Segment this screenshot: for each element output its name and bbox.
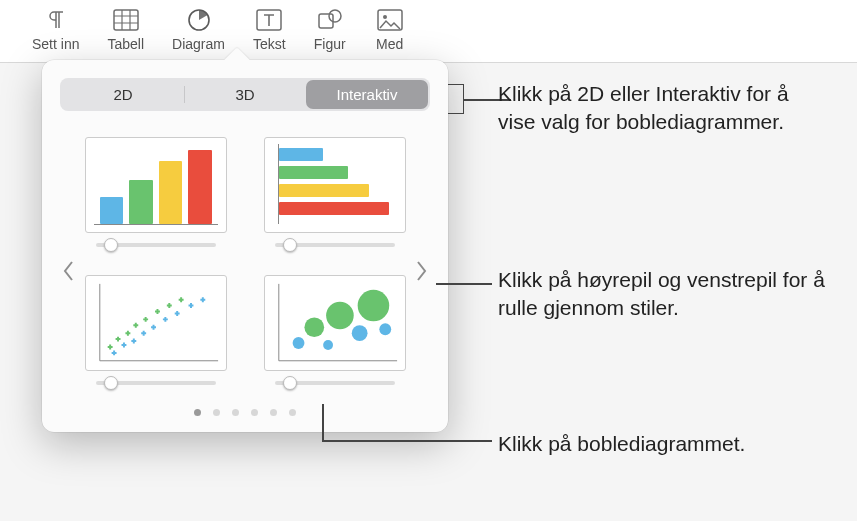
- toolbar-chart[interactable]: Diagram: [158, 4, 239, 54]
- page-dot[interactable]: [213, 409, 220, 416]
- bubble-chart-thumb: [264, 275, 406, 371]
- scatter-chart-thumb: [85, 275, 227, 371]
- svg-point-12: [304, 317, 324, 337]
- callout-bracket: [448, 84, 464, 114]
- slider-knob[interactable]: [283, 376, 297, 390]
- toolbar-label: Sett inn: [32, 36, 79, 52]
- paragraph-icon: [40, 6, 72, 34]
- text-icon: [253, 6, 285, 34]
- toolbar-insert[interactable]: Sett inn: [18, 4, 93, 54]
- slider-knob[interactable]: [283, 238, 297, 252]
- chart-option-bar[interactable]: [263, 137, 406, 247]
- toolbar-media[interactable]: Med: [360, 4, 420, 54]
- chart-option-bubble[interactable]: [263, 275, 406, 385]
- svg-rect-0: [114, 10, 138, 30]
- toolbar: Sett inn Tabell Diagram Tekst Figur Med: [0, 0, 857, 63]
- page-dot[interactable]: [232, 409, 239, 416]
- svg-point-4: [329, 10, 341, 22]
- toolbar-label: Tabell: [107, 36, 144, 52]
- svg-point-17: [379, 323, 391, 335]
- toolbar-label: Figur: [314, 36, 346, 52]
- pie-chart-icon: [183, 6, 215, 34]
- chart-grid: [66, 137, 424, 385]
- tab-2d[interactable]: 2D: [62, 80, 184, 109]
- chart-option-column[interactable]: [84, 137, 227, 247]
- media-icon: [374, 6, 406, 34]
- column-chart-thumb: [85, 137, 227, 233]
- toolbar-label: Diagram: [172, 36, 225, 52]
- chart-option-scatter[interactable]: [84, 275, 227, 385]
- annotation-bubble: Klikk på boblediagrammet.: [498, 430, 838, 458]
- tab-interactive[interactable]: Interaktiv: [306, 80, 428, 109]
- callout-line: [436, 283, 492, 285]
- style-slider[interactable]: [96, 381, 216, 385]
- page-dot[interactable]: [251, 409, 258, 416]
- svg-point-14: [326, 302, 354, 330]
- toolbar-label: Med: [376, 36, 403, 52]
- page-dot[interactable]: [270, 409, 277, 416]
- svg-point-11: [292, 337, 304, 349]
- svg-point-15: [351, 325, 367, 341]
- style-slider[interactable]: [96, 243, 216, 247]
- svg-point-16: [357, 290, 389, 322]
- svg-point-6: [383, 15, 387, 19]
- annotation-arrows: Klikk på høyrepil og venstrepil for å ru…: [498, 266, 828, 323]
- tab-3d[interactable]: 3D: [184, 80, 306, 109]
- bar-chart-thumb: [264, 137, 406, 233]
- slider-knob[interactable]: [104, 376, 118, 390]
- slider-knob[interactable]: [104, 238, 118, 252]
- shape-icon: [314, 6, 346, 34]
- page-dots: [60, 409, 430, 422]
- toolbar-label: Tekst: [253, 36, 286, 52]
- chart-popover: 2D 3D Interaktiv: [42, 60, 448, 432]
- callout-line: [322, 404, 324, 441]
- annotation-tabs: Klikk på 2D eller Interaktiv for å vise …: [498, 80, 828, 137]
- chart-grid-wrap: [60, 125, 430, 389]
- toolbar-shape[interactable]: Figur: [300, 4, 360, 54]
- toolbar-text[interactable]: Tekst: [239, 4, 300, 54]
- prev-style-arrow[interactable]: [58, 253, 78, 289]
- next-style-arrow[interactable]: [412, 253, 432, 289]
- chart-type-segmented: 2D 3D Interaktiv: [60, 78, 430, 111]
- svg-point-13: [323, 340, 333, 350]
- toolbar-table[interactable]: Tabell: [93, 4, 158, 54]
- page-dot[interactable]: [289, 409, 296, 416]
- page-dot[interactable]: [194, 409, 201, 416]
- callout-line: [322, 440, 492, 442]
- style-slider[interactable]: [275, 243, 395, 247]
- style-slider[interactable]: [275, 381, 395, 385]
- table-icon: [110, 6, 142, 34]
